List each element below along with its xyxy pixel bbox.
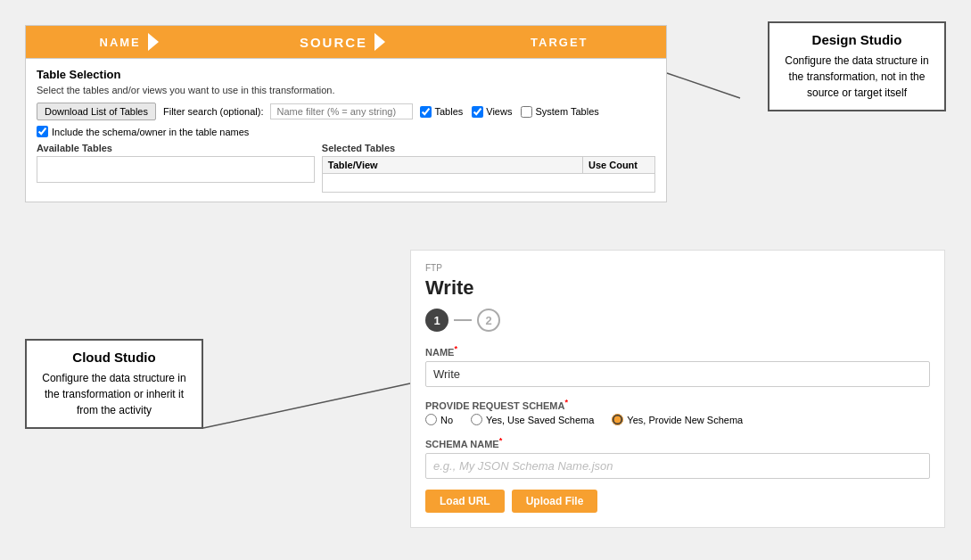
step-2-circle: 2 [477, 309, 500, 332]
svg-line-0 [667, 73, 740, 98]
tables-area: Available Tables Selected Tables Table/V… [37, 143, 655, 193]
upload-file-button[interactable]: Upload File [512, 490, 598, 513]
available-tables-col: Available Tables [37, 143, 315, 193]
radio-new-text: Yes, Provide New Schema [627, 415, 743, 425]
filter-input[interactable] [270, 103, 413, 119]
table-selection-title: Table Selection [37, 68, 655, 81]
table-selection-desc: Select the tables and/or views you want … [37, 85, 655, 95]
radio-new[interactable] [612, 414, 623, 425]
views-checkbox[interactable] [472, 106, 483, 118]
name-field-section: NAME* [425, 344, 930, 387]
cloud-studio-callout: Cloud Studio Configure the data structur… [25, 339, 203, 429]
selected-tables-header: Selected Tables [322, 143, 655, 153]
system-tables-checkbox-label[interactable]: System Tables [521, 106, 598, 118]
pipeline-name-step: NAME [26, 26, 239, 58]
name-field-label: NAME* [425, 344, 930, 358]
provide-schema-radio-row: No Yes, Use Saved Schema Yes, Provide Ne… [425, 414, 930, 425]
radio-saved[interactable] [471, 414, 482, 425]
schema-name-section: SCHEMA NAME* [425, 436, 930, 479]
source-step-label: SOURCE [300, 35, 367, 50]
svg-line-1 [203, 383, 410, 428]
ftp-label: FTP [425, 263, 930, 273]
system-tables-checkbox[interactable] [521, 106, 532, 118]
radio-no-label[interactable]: No [425, 414, 453, 425]
design-studio-callout-title: Design Studio [782, 32, 932, 47]
step-connector-line [454, 319, 472, 321]
checkboxes-row: Tables Views System Tables [420, 106, 598, 118]
available-tables-header: Available Tables [37, 143, 315, 153]
write-title: Write [425, 276, 930, 300]
steps-row: 1 2 [425, 309, 930, 332]
pipeline-header: NAME SOURCE TARGET [26, 26, 666, 59]
schema-name-label: SCHEMA NAME* [425, 436, 930, 449]
source-arrow-icon [374, 33, 385, 51]
radio-new-label[interactable]: Yes, Provide New Schema [612, 414, 743, 425]
views-checkbox-label[interactable]: Views [472, 106, 512, 118]
target-step-label: TARGET [531, 36, 588, 49]
radio-saved-text: Yes, Use Saved Schema [486, 415, 594, 425]
design-studio-callout: Design Studio Configure the data structu… [768, 21, 946, 111]
load-url-button[interactable]: Load URL [425, 490, 505, 513]
step-1-circle: 1 [425, 309, 448, 332]
tables-checkbox-label[interactable]: Tables [420, 106, 463, 118]
schema-name-input[interactable] [425, 453, 930, 479]
pipeline-target-step: TARGET [453, 26, 666, 58]
provide-schema-section: PROVIDE REQUEST SCHEMA* No Yes, Use Save… [425, 398, 930, 426]
selected-table-col-headers: Table/View Use Count [323, 157, 654, 174]
cloud-studio-panel: FTP Write 1 2 NAME* PROVIDE REQUEST SCHE… [410, 250, 945, 528]
schema-checkbox[interactable] [37, 126, 48, 137]
cloud-studio-callout-text: Configure the data structure in the tran… [39, 370, 189, 418]
schema-label: Include the schema/owner in the table na… [52, 127, 249, 137]
action-buttons: Load URL Upload File [425, 490, 930, 513]
available-tables-content [37, 156, 315, 183]
provide-schema-label: PROVIDE REQUEST SCHEMA* [425, 398, 930, 411]
table-view-col-header: Table/View [323, 157, 583, 173]
pipeline-source-step: SOURCE [239, 26, 452, 58]
design-studio-callout-text: Configure the data structure in the tran… [782, 53, 932, 101]
name-step-label: NAME [100, 36, 141, 49]
filter-row: Download List of Tables Filter search (o… [37, 103, 655, 120]
schema-row: Include the schema/owner in the table na… [37, 126, 655, 137]
cloud-studio-callout-title: Cloud Studio [39, 350, 189, 365]
design-studio-panel: NAME SOURCE TARGET Table Selection Selec… [25, 25, 667, 202]
filter-label: Filter search (optional): [163, 106, 264, 117]
selected-tables-col: Selected Tables Table/View Use Count [322, 143, 655, 193]
radio-no[interactable] [425, 414, 437, 425]
table-selection-body: Table Selection Select the tables and/or… [26, 59, 666, 202]
tables-checkbox[interactable] [420, 106, 432, 118]
radio-saved-label[interactable]: Yes, Use Saved Schema [471, 414, 594, 425]
name-arrow-icon [148, 33, 159, 51]
name-field-input[interactable] [425, 361, 930, 387]
use-count-col-header: Use Count [583, 157, 654, 173]
selected-tables-body [323, 174, 654, 192]
download-tables-button[interactable]: Download List of Tables [37, 103, 156, 120]
radio-no-text: No [440, 415, 453, 425]
